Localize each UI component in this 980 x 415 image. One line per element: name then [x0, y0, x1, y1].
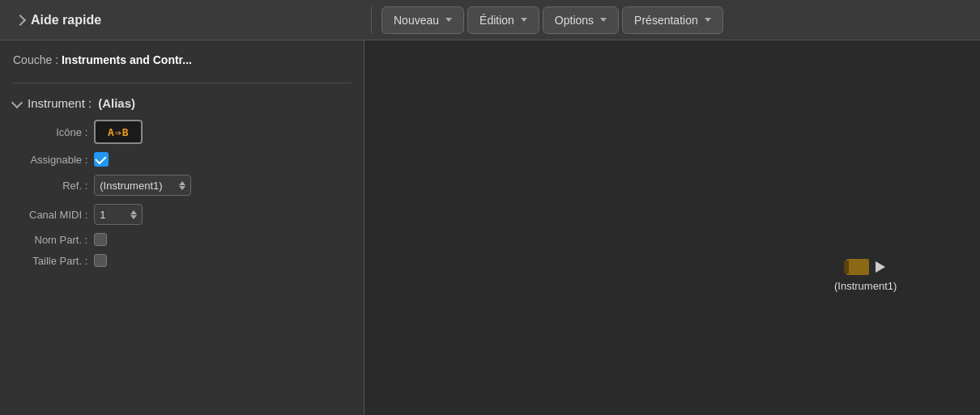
taille-part-label: Taille Part. : — [29, 255, 87, 267]
ref-value: (Instrument1) — [94, 175, 351, 196]
canal-midi-stepper[interactable]: 1 — [94, 204, 143, 225]
nom-part-value — [94, 233, 351, 246]
aide-rapide-label: Aide rapide — [31, 13, 101, 28]
toolbar: Aide rapide Nouveau Édition Options Prés… — [0, 0, 980, 40]
assignable-checkbox[interactable] — [94, 152, 109, 167]
ref-stepper-up[interactable] — [179, 181, 185, 185]
divider-1 — [13, 83, 351, 83]
taille-part-value — [94, 254, 351, 267]
nouveau-button[interactable]: Nouveau — [381, 6, 464, 34]
toolbar-right: Nouveau Édition Options Présentation — [371, 6, 974, 34]
play-icon — [876, 261, 885, 273]
edition-button[interactable]: Édition — [467, 6, 539, 34]
nom-part-checkbox[interactable] — [94, 233, 107, 246]
node-icons — [846, 259, 885, 275]
ref-stepper-arrows — [179, 181, 185, 190]
canal-midi-value: 1 — [94, 204, 351, 225]
couche-label: Couche : — [13, 53, 62, 66]
canvas-area: (Instrument1) A⇒B (Alias) — [364, 40, 980, 415]
dropdown-arrow-icon — [445, 18, 452, 22]
icone-symbol: A⇒B — [108, 126, 129, 138]
aide-rapide-section: Aide rapide — [16, 13, 101, 28]
instrument-value: (Alias) — [98, 96, 135, 110]
chevron-down-icon[interactable] — [11, 96, 23, 108]
taille-part-checkbox[interactable] — [94, 254, 107, 267]
canal-midi-up[interactable] — [130, 210, 137, 214]
ref-stepper-down[interactable] — [179, 186, 185, 190]
left-panel: Couche : Instruments and Contr... Instru… — [0, 40, 364, 415]
instrument-header: Instrument : (Alias) — [13, 96, 351, 110]
book-icon — [846, 259, 869, 275]
canal-midi-down[interactable] — [130, 215, 137, 219]
instrument1-label: (Instrument1) — [834, 280, 897, 292]
canal-midi-arrows — [130, 210, 137, 219]
icone-value: A⇒B — [94, 120, 351, 144]
nom-part-label: Nom Part. : — [29, 234, 87, 246]
instrument1-node: (Instrument1) — [834, 259, 897, 292]
options-button[interactable]: Options — [543, 6, 619, 34]
assignable-label: Assignable : — [29, 154, 87, 166]
couche-value: Instruments and Contr... — [62, 53, 192, 66]
toolbar-left: Aide rapide — [6, 13, 371, 28]
couche-row: Couche : Instruments and Contr... — [13, 50, 351, 70]
ref-stepper[interactable]: (Instrument1) — [94, 175, 191, 196]
icone-label: Icône : — [29, 126, 87, 138]
chevron-right-icon — [15, 14, 26, 25]
right-panel: (Instrument1) A⇒B (Alias) — [364, 40, 980, 415]
main-content: Couche : Instruments and Contr... Instru… — [0, 40, 980, 415]
properties-grid: Icône : A⇒B Assignable : Ref. : (Instrum… — [13, 120, 351, 267]
dropdown-arrow-icon — [600, 18, 607, 22]
icone-button[interactable]: A⇒B — [94, 120, 143, 144]
assignable-value — [94, 152, 351, 167]
instrument-label: Instrument : — [28, 96, 92, 110]
dropdown-arrow-icon — [521, 18, 527, 22]
presentation-button[interactable]: Présentation — [622, 6, 723, 34]
instrument-section: Instrument : (Alias) Icône : A⇒B Assigna… — [13, 96, 351, 267]
ref-label: Ref. : — [29, 180, 87, 192]
dropdown-arrow-icon — [705, 18, 711, 22]
canal-midi-label: Canal MIDI : — [29, 209, 87, 221]
